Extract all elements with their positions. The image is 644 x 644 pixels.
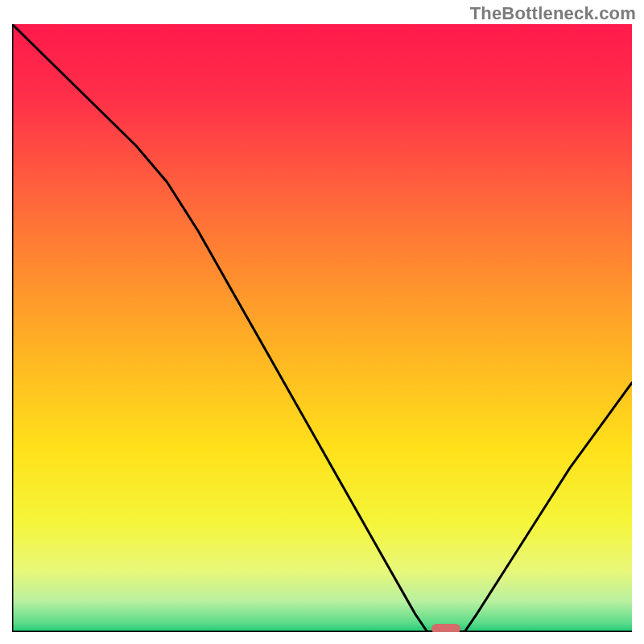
chart-container: TheBottleneck.com [0, 0, 644, 644]
chart-svg [12, 24, 632, 632]
optimal-marker [431, 624, 460, 632]
marker-optimal-point [431, 624, 460, 632]
plot-area [12, 24, 632, 632]
watermark-text: TheBottleneck.com [470, 3, 636, 24]
